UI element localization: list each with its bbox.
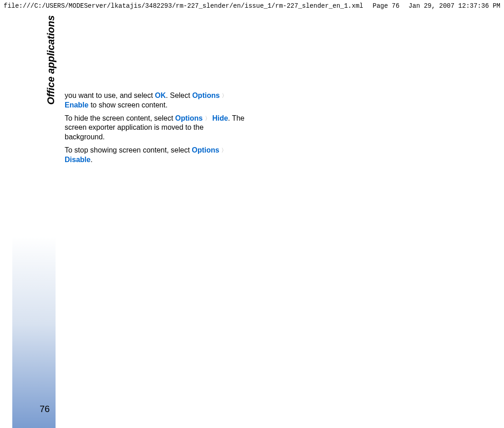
text: To stop showing screen content, select bbox=[65, 146, 192, 154]
options-link: Options bbox=[192, 92, 219, 99]
page-number: 76 bbox=[40, 404, 50, 414]
ok-link: OK bbox=[155, 92, 166, 99]
chevron-right-icon: 〉 bbox=[221, 147, 227, 153]
chevron-right-icon: 〉 bbox=[222, 92, 227, 99]
chevron-right-icon: 〉 bbox=[205, 115, 210, 122]
document-page: Office applications 76 you want to use, … bbox=[12, 80, 263, 428]
options-link: Options bbox=[175, 114, 203, 122]
text: you want to use, and select bbox=[65, 92, 155, 99]
section-title: Office applications bbox=[45, 14, 57, 105]
text: . Select bbox=[166, 92, 192, 99]
paragraph-2: To hide the screen content, select Optio… bbox=[65, 114, 244, 142]
text: . bbox=[91, 156, 92, 163]
text: To hide the screen content, select bbox=[65, 114, 175, 122]
print-header: file:///C:/USERS/MODEServer/lkatajis/348… bbox=[0, 0, 504, 12]
disable-link: Disable bbox=[65, 156, 91, 163]
page-content: you want to use, and select OK. Select O… bbox=[65, 91, 244, 168]
options-link: Options bbox=[192, 146, 219, 154]
hide-link: Hide bbox=[212, 114, 228, 122]
paragraph-3: To stop showing screen content, select O… bbox=[65, 146, 244, 165]
file-path: file:///C:/USERS/MODEServer/lkatajis/348… bbox=[4, 2, 364, 10]
text: to show screen content. bbox=[88, 101, 167, 109]
enable-link: Enable bbox=[65, 101, 88, 109]
timestamp: Jan 29, 2007 12:37:36 PM bbox=[408, 2, 500, 10]
paragraph-1: you want to use, and select OK. Select O… bbox=[65, 91, 244, 110]
sidebar-gradient bbox=[12, 80, 56, 428]
page-label: Page 76 bbox=[364, 2, 409, 10]
